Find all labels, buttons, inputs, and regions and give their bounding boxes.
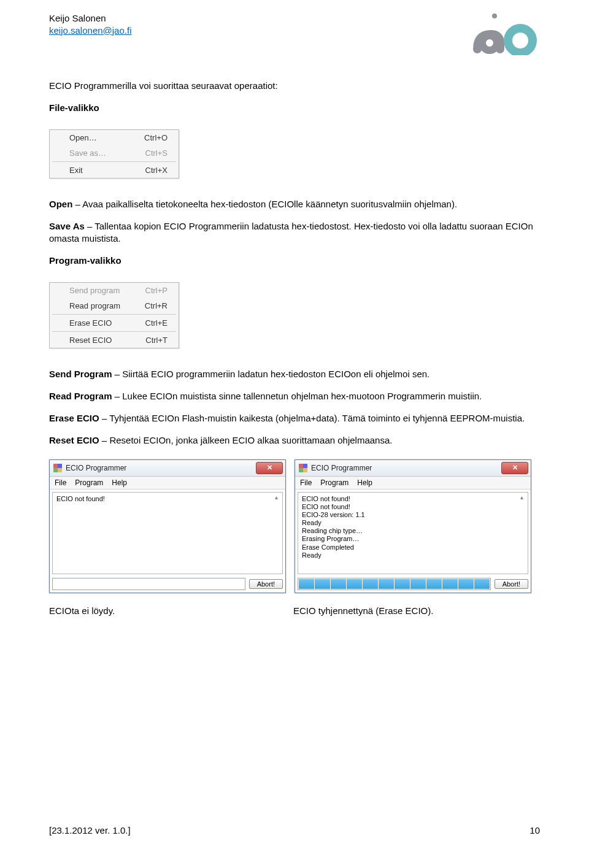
svg-rect-0 — [492, 13, 497, 18]
menu-item-label: Erase ECIO — [69, 318, 112, 328]
send-text: – Siirtää ECIO programmeriin ladatun hex… — [112, 369, 430, 379]
author-block: Keijo Salonen keijo.salonen@jao.fi — [49, 12, 131, 36]
save-as-text: – Tallentaa kopion ECIO Programmeriin la… — [49, 221, 533, 244]
menu-item-read-program[interactable]: Read program Ctrl+R — [50, 298, 179, 313]
menu-item-shortcut: Ctrl+P — [145, 286, 167, 295]
menu-file[interactable]: File — [300, 478, 312, 487]
menu-item-label: Send program — [69, 286, 120, 295]
status-listbox[interactable]: ECIO not found! ▴ — [52, 492, 283, 574]
send-desc: Send Program – Siirtää ECIO programmerii… — [49, 368, 540, 380]
caption-right: ECIO tyhjennettynä (Erase ECIO). — [293, 605, 529, 616]
abort-button[interactable]: Abort! — [249, 579, 283, 589]
svg-point-2 — [508, 28, 533, 53]
caption-row: ECIOta ei löydy. ECIO tyhjennettynä (Era… — [49, 605, 540, 616]
status-listbox[interactable]: ECIO not found! ECIO not found! ECIO-28 … — [298, 492, 528, 574]
menu-item-shortcut: Ctrl+E — [145, 318, 167, 328]
menu-help[interactable]: Help — [357, 478, 372, 487]
erase-text: – Tyhjentää ECIOn Flash-muistin kaikesta… — [99, 413, 525, 423]
read-label: Read Program — [49, 391, 112, 401]
status-line: Erasing Program… — [302, 535, 524, 543]
open-label: Open — [49, 199, 72, 209]
close-icon: ✕ — [512, 464, 518, 472]
svg-point-1 — [482, 36, 497, 50]
menu-file[interactable]: File — [55, 478, 66, 487]
logo-ao — [466, 12, 540, 55]
app-icon — [53, 464, 62, 472]
menu-separator — [52, 314, 176, 315]
file-heading: File-valikko — [49, 102, 540, 114]
send-label: Send Program — [49, 369, 112, 379]
menu-item-reset-ecio[interactable]: Reset ECIO Ctrl+T — [50, 332, 179, 348]
reset-desc: Reset ECIO – Resetoi ECIOn, jonka jälkee… — [49, 434, 540, 447]
erase-label: Erase ECIO — [49, 413, 99, 423]
save-as-label: Save As — [49, 221, 85, 231]
page-footer: [23.1.2012 ver. 1.0.] 10 — [49, 825, 540, 835]
footer-page: 10 — [529, 825, 540, 835]
save-as-desc: Save As – Tallentaa kopion ECIO Programm… — [49, 220, 540, 245]
reset-text: – Resetoi ECIOn, jonka jälkeen ECIO alka… — [99, 435, 393, 445]
reset-label: Reset ECIO — [49, 435, 99, 445]
titlebar: ECIO Programmer ✕ — [295, 460, 531, 477]
menu-item-send-program[interactable]: Send program Ctrl+P — [50, 283, 179, 298]
menu-item-open[interactable]: Open… Ctrl+O — [50, 130, 179, 145]
open-text: – Avaa paikalliselta tietokoneelta hex-t… — [72, 199, 457, 209]
menu-item-label: Save as… — [69, 148, 106, 158]
status-line: Ready — [302, 551, 524, 559]
ecio-window-right: ECIO Programmer ✕ File Program Help ECIO… — [294, 459, 531, 593]
menu-item-label: Read program — [69, 301, 120, 310]
menu-separator — [52, 161, 176, 162]
file-menu: Open… Ctrl+O Save as… Ctrl+S Exit Ctrl+X — [49, 129, 179, 179]
status-line: ECIO-28 version: 1.1 — [302, 511, 524, 519]
open-desc: Open – Avaa paikalliselta tietokoneelta … — [49, 198, 540, 210]
menu-item-shortcut: Ctrl+X — [145, 166, 167, 175]
menu-item-shortcut: Ctrl+O — [144, 133, 167, 142]
menu-item-label: Exit — [69, 166, 83, 175]
titlebar: ECIO Programmer ✕ — [50, 460, 285, 477]
footer-version: [23.1.2012 ver. 1.0.] — [49, 825, 131, 835]
author-name: Keijo Salonen — [49, 12, 131, 25]
menubar: File Program Help — [295, 477, 531, 490]
status-line: ECIO not found! — [56, 495, 279, 503]
status-line: Erase Completed — [302, 543, 524, 551]
status-line: ECIO not found! — [302, 495, 524, 503]
menu-program[interactable]: Program — [320, 478, 348, 487]
program-menu: Send program Ctrl+P Read program Ctrl+R … — [49, 282, 179, 348]
progress-bar — [298, 578, 491, 590]
scroll-arrow-icon: ▴ — [275, 494, 281, 501]
abort-button[interactable]: Abort! — [495, 579, 528, 589]
close-icon: ✕ — [267, 464, 272, 472]
menu-item-erase-ecio[interactable]: Erase ECIO Ctrl+E — [50, 315, 179, 331]
intro-text: ECIO Programmerilla voi suorittaa seuraa… — [49, 80, 540, 92]
menu-item-label: Open… — [69, 133, 97, 142]
menu-item-label: Reset ECIO — [69, 336, 112, 345]
program-heading: Program-valikko — [49, 255, 540, 267]
app-icon — [299, 464, 307, 472]
menu-help[interactable]: Help — [112, 478, 127, 487]
ecio-window-left: ECIO Programmer ✕ File Program Help ECIO… — [49, 459, 286, 593]
read-text: – Lukee ECIOn muistista sinne tallennetu… — [112, 391, 482, 401]
erase-desc: Erase ECIO – Tyhjentää ECIOn Flash-muist… — [49, 412, 540, 424]
screenshot-row: ECIO Programmer ✕ File Program Help ECIO… — [49, 459, 540, 593]
status-line: ECIO not found! — [302, 503, 524, 511]
status-line: Ready — [302, 519, 524, 527]
caption-left: ECIOta ei löydy. — [49, 605, 285, 616]
close-button[interactable]: ✕ — [501, 462, 528, 474]
author-email[interactable]: keijo.salonen@jao.fi — [49, 25, 131, 36]
menu-item-shortcut: Ctrl+R — [145, 301, 167, 310]
menu-item-save-as[interactable]: Save as… Ctrl+S — [50, 145, 179, 161]
progress-bar — [52, 578, 245, 590]
menu-separator — [52, 331, 176, 332]
close-button[interactable]: ✕ — [256, 462, 283, 474]
menu-item-shortcut: Ctrl+S — [145, 148, 167, 158]
menu-program[interactable]: Program — [75, 478, 103, 487]
menubar: File Program Help — [50, 477, 285, 490]
menu-item-exit[interactable]: Exit Ctrl+X — [50, 163, 179, 178]
window-title: ECIO Programmer — [311, 464, 501, 472]
read-desc: Read Program – Lukee ECIOn muistista sin… — [49, 390, 540, 402]
scroll-arrow-icon: ▴ — [520, 494, 526, 501]
status-line: Reading chip type… — [302, 527, 524, 535]
window-title: ECIO Programmer — [66, 464, 256, 472]
menu-item-shortcut: Ctrl+T — [145, 336, 167, 345]
page-header: Keijo Salonen keijo.salonen@jao.fi — [49, 12, 540, 55]
